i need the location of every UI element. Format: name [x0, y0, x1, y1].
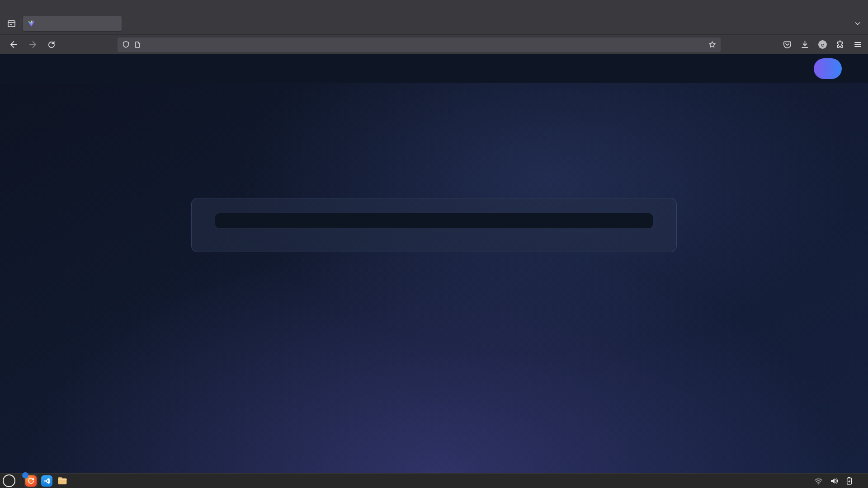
- reload-button[interactable]: [45, 38, 58, 51]
- tab-bar: [0, 13, 868, 34]
- bookmark-star-icon[interactable]: [708, 41, 716, 48]
- menu-button[interactable]: [853, 40, 863, 50]
- firefox-view-button[interactable]: [4, 16, 19, 31]
- volume-tray-button[interactable]: [830, 477, 839, 485]
- chevron-down-icon: [854, 20, 861, 27]
- reload-icon: [47, 41, 56, 49]
- pocket-button[interactable]: [782, 40, 792, 50]
- list-all-tabs-button[interactable]: [851, 17, 864, 30]
- pocket-icon: [783, 40, 792, 49]
- forward-button[interactable]: [26, 38, 39, 51]
- window-titlebar: [0, 0, 868, 13]
- wifi-tray-button[interactable]: [814, 477, 823, 485]
- firefox-view-icon: [7, 19, 16, 28]
- hamburger-menu-icon: [854, 40, 862, 49]
- site-header: [0, 54, 868, 83]
- window-controls: [7, 4, 31, 9]
- system-tray: [814, 477, 860, 485]
- vite-logo-icon: [28, 20, 35, 27]
- extensions-button[interactable]: [835, 40, 845, 50]
- tab-separator: [20, 18, 20, 29]
- vscode-icon: [41, 475, 52, 487]
- navigation-toolbar: c: [0, 34, 868, 54]
- tab-vite-react[interactable]: [23, 16, 122, 31]
- start-menu-button[interactable]: [3, 474, 15, 487]
- close-window-button[interactable]: [7, 4, 12, 9]
- wifi-icon: [814, 477, 823, 485]
- steps: [160, 152, 708, 166]
- folder-icon: [57, 475, 68, 486]
- minimize-window-button[interactable]: [26, 4, 31, 9]
- account-button[interactable]: c: [817, 40, 827, 50]
- new-tab-button[interactable]: [125, 17, 139, 30]
- toolbar-right-icons: c: [782, 40, 863, 50]
- screen: c: [0, 0, 868, 488]
- battery-charging-icon: [846, 477, 853, 485]
- puzzle-icon: [836, 40, 844, 49]
- account-avatar-icon: c: [818, 40, 827, 49]
- battery-tray-button[interactable]: [846, 477, 853, 485]
- speaker-icon: [830, 477, 839, 485]
- code-snippet: [215, 213, 653, 229]
- firefox-swirl-icon: [27, 477, 35, 485]
- url-bar[interactable]: [118, 38, 721, 52]
- back-arrow-icon: [9, 40, 18, 49]
- download-icon: [801, 40, 809, 49]
- downloads-button[interactable]: [800, 40, 810, 50]
- shield-icon[interactable]: [122, 41, 130, 48]
- code-example-card: [191, 198, 677, 252]
- steps-gradient-divider: [160, 157, 708, 159]
- page-viewport: [0, 54, 868, 473]
- back-button[interactable]: [7, 38, 20, 51]
- page-info-icon[interactable]: [134, 41, 141, 48]
- taskbar-files-button[interactable]: [56, 474, 69, 488]
- taskbar: [0, 473, 868, 488]
- svg-text:c: c: [821, 42, 824, 47]
- forward-arrow-icon: [28, 40, 37, 49]
- try-now-button[interactable]: [814, 58, 842, 79]
- taskbar-firefox-button[interactable]: [24, 474, 38, 488]
- maximize-window-button[interactable]: [16, 4, 22, 9]
- taskbar-vscode-button[interactable]: [40, 474, 53, 488]
- firefox-tab-count-badge: [22, 472, 28, 479]
- how-it-works-section: [0, 83, 868, 473]
- tab-close-button[interactable]: [109, 19, 118, 28]
- taskbar-separator: [20, 475, 20, 486]
